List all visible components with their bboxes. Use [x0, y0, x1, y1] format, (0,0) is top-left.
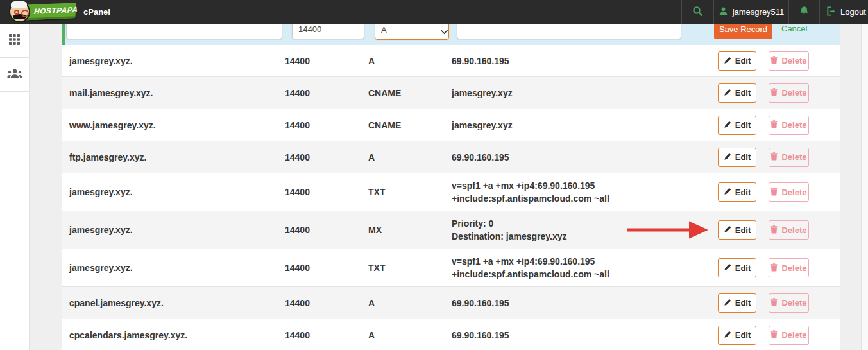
edit-button[interactable]: Edit [718, 182, 756, 202]
trash-icon [770, 88, 778, 98]
pencil-icon [724, 299, 731, 308]
trash-icon [770, 120, 778, 130]
row-actions: Edit Delete [718, 258, 809, 277]
edit-button-label: Edit [735, 57, 751, 65]
logout-icon [826, 6, 836, 18]
edit-button-label: Edit [735, 153, 751, 161]
edit-button-label: Edit [735, 264, 751, 272]
logout-label: Logout [840, 7, 866, 17]
edit-button[interactable]: Edit [718, 258, 756, 277]
pencil-icon [724, 121, 731, 130]
delete-button-label: Delete [781, 57, 806, 65]
record-type: A [368, 56, 452, 66]
record-ttl: 14400 [285, 120, 368, 130]
row-actions: Edit Delete [718, 116, 809, 135]
record-type: MX [368, 225, 452, 235]
record-type: A [368, 298, 452, 308]
delete-button[interactable]: Delete [769, 83, 809, 103]
trash-icon [770, 188, 778, 197]
search-icon [692, 6, 703, 19]
hostpapa-logo[interactable]: HOSTPAPA [5, 0, 81, 26]
record-type: A [368, 330, 452, 340]
dns-zone-editor: A Save Record Cancel jamesgrey.xyz. 1440… [62, 0, 840, 350]
sidebar-item-users[interactable] [0, 58, 29, 92]
edit-button[interactable]: Edit [718, 326, 756, 345]
trash-icon [770, 330, 778, 340]
record-name: jamesgrey.xyz. [62, 49, 285, 73]
record-ttl: 14400 [285, 187, 368, 197]
trash-icon [770, 225, 778, 235]
edit-button[interactable]: Edit [718, 116, 756, 135]
delete-button[interactable]: Delete [769, 51, 809, 71]
dns-record-row: www.jamesgrey.xyz. 14400 CNAME jamesgrey… [62, 109, 840, 141]
record-name: jamesgrey.xyz. [62, 180, 285, 204]
hostpapa-mascot-icon [9, 1, 30, 22]
pencil-icon [724, 57, 731, 66]
edit-button-label: Edit [735, 331, 751, 339]
edit-button[interactable]: Edit [718, 148, 756, 167]
record-name: cpanel.jamesgrey.xyz. [62, 291, 285, 315]
record-type: A [368, 152, 452, 162]
delete-button-label: Delete [781, 331, 806, 339]
row-actions: Edit Delete [718, 220, 809, 240]
edit-button-label: Edit [735, 299, 751, 307]
user-icon [719, 6, 728, 18]
pencil-icon [724, 225, 731, 234]
row-actions: Edit Delete [718, 293, 809, 313]
trash-icon [770, 263, 778, 273]
edit-button[interactable]: Edit [718, 220, 756, 240]
dns-record-row: jamesgrey.xyz. 14400 TXT v=spf1 +a +mx +… [62, 173, 840, 211]
pencil-icon [724, 331, 731, 340]
trash-icon [770, 298, 778, 308]
trash-icon [770, 56, 778, 66]
delete-button-label: Delete [781, 153, 806, 161]
pencil-icon [724, 89, 731, 98]
record-type: TXT [368, 263, 452, 273]
left-sidebar [0, 24, 30, 350]
cancel-link[interactable]: Cancel [781, 24, 807, 33]
record-name: cpcalendars.jamesgrey.xyz. [62, 323, 285, 347]
delete-button-label: Delete [781, 89, 806, 97]
delete-button[interactable]: Delete [769, 116, 809, 135]
row-actions: Edit Delete [718, 148, 809, 167]
dns-record-row: jamesgrey.xyz. 14400 A 69.90.160.195 Edi… [62, 45, 840, 77]
cpanel-title: cPanel [83, 0, 110, 24]
delete-button[interactable]: Delete [769, 220, 809, 240]
pencil-icon [724, 263, 731, 272]
record-name: jamesgrey.xyz. [62, 256, 285, 280]
edit-button-label: Edit [735, 188, 751, 197]
record-value: jamesgrey.xyz [452, 113, 705, 137]
delete-button[interactable]: Delete [769, 148, 809, 167]
edit-button-label: Edit [735, 89, 751, 97]
delete-button[interactable]: Delete [769, 293, 809, 313]
delete-button-label: Delete [781, 264, 806, 272]
edit-button[interactable]: Edit [718, 51, 756, 71]
grid-icon [8, 33, 21, 48]
logout-button[interactable]: Logout [819, 0, 868, 24]
account-menu[interactable]: jamesgrey511 [713, 0, 788, 24]
pencil-icon [724, 153, 731, 162]
record-value: 69.90.160.195 [452, 145, 705, 170]
record-ttl: 14400 [285, 56, 368, 66]
delete-button-label: Delete [781, 121, 806, 129]
search-button[interactable] [681, 0, 713, 24]
page-scrollbar[interactable] [861, 24, 868, 350]
row-actions: Edit Delete [718, 182, 809, 202]
dns-records-table: jamesgrey.xyz. 14400 A 69.90.160.195 Edi… [62, 45, 840, 350]
sidebar-item-apps[interactable] [0, 24, 29, 58]
top-navbar: HOSTPAPA cPanel jamesgrey511 L [0, 0, 868, 24]
delete-button[interactable]: Delete [769, 326, 809, 345]
notifications-button[interactable] [788, 0, 819, 24]
people-icon [7, 68, 22, 82]
delete-button[interactable]: Delete [769, 182, 809, 202]
delete-button-label: Delete [781, 188, 806, 197]
edit-button[interactable]: Edit [718, 83, 756, 103]
record-name: jamesgrey.xyz. [62, 218, 285, 242]
edit-button-label: Edit [735, 121, 751, 129]
edit-button[interactable]: Edit [718, 293, 756, 313]
dns-record-row: jamesgrey.xyz. 14400 TXT v=spf1 +a +mx +… [62, 249, 840, 287]
username-text: jamesgrey511 [733, 7, 785, 17]
row-actions: Edit Delete [718, 83, 809, 103]
delete-button[interactable]: Delete [769, 258, 809, 277]
record-name: mail.jamesgrey.xyz. [62, 81, 285, 105]
